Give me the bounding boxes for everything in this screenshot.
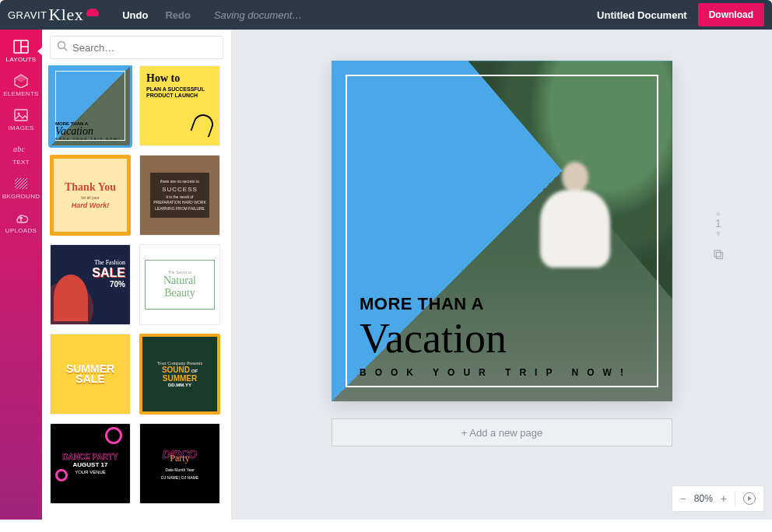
background-icon	[13, 177, 29, 191]
nav-text[interactable]: abc TEXT	[0, 137, 42, 171]
svg-point-6	[18, 113, 20, 115]
nav-layouts[interactable]: LAYOUTS	[0, 34, 42, 68]
layout-thumb-sound-summer[interactable]: Your Company Presents SOUND OF SUMMER DD…	[139, 334, 220, 415]
nav-background[interactable]: BKGROUND	[0, 171, 42, 205]
layout-thumb-success[interactable]: there are no secrets to SUCCESS it is th…	[139, 155, 220, 236]
layout-thumb-vacation[interactable]: MORE THAN A Vacation BOOK YOUR TRIP NOW!	[50, 65, 131, 146]
nav-uploads-label: UPLOADS	[5, 227, 37, 234]
layout-thumbnails: MORE THAN A Vacation BOOK YOUR TRIP NOW!…	[42, 65, 231, 520]
layout-thumb-sale[interactable]: The Fashion SALE 70%	[50, 244, 131, 325]
svg-rect-12	[717, 253, 723, 259]
nav-images[interactable]: IMAGES	[0, 103, 42, 137]
logo-text-2: Klex	[48, 5, 83, 25]
page-down-icon[interactable]: ▼	[713, 229, 724, 238]
canvas-area: MORE THAN A Vacation BOOK YOUR TRIP NOW!…	[232, 30, 772, 520]
presentation-play-icon[interactable]	[743, 492, 756, 505]
canvas-tagline: BOOK YOUR TRIP NOW!	[360, 367, 644, 378]
search-box[interactable]	[50, 36, 223, 59]
zoom-in-button[interactable]: +	[721, 492, 727, 505]
logo: GRAVIT Klex	[8, 5, 99, 25]
layout-thumb-dance-party[interactable]: DANCE PARTY AUGUST 17 YOUR VENUE	[50, 423, 131, 504]
search-wrap	[42, 30, 231, 65]
svg-point-9	[58, 42, 65, 49]
layout-thumb-beauty[interactable]: The Secret to Natural Beauty	[139, 244, 220, 325]
page-number: 1	[715, 217, 721, 229]
layouts-icon	[13, 40, 29, 54]
zoom-bar: − 80% +	[672, 485, 764, 512]
left-nav: LAYOUTS ELEMENTS IMAGES abc TEXT	[0, 30, 42, 520]
svg-text:abc: abc	[13, 145, 26, 153]
uploads-icon	[13, 211, 29, 225]
main-area: LAYOUTS ELEMENTS IMAGES abc TEXT	[0, 30, 772, 520]
nav-elements-label: ELEMENTS	[3, 90, 39, 97]
download-button[interactable]: Download	[698, 3, 764, 26]
svg-marker-4	[15, 75, 27, 82]
duplicate-page-icon[interactable]	[713, 249, 724, 262]
lamp-icon	[190, 111, 216, 137]
page-up-icon[interactable]: ▲	[713, 208, 724, 217]
undo-redo-group: Undo Redo	[122, 9, 191, 21]
nav-images-label: IMAGES	[9, 124, 34, 131]
text-icon: abc	[13, 142, 29, 156]
elements-icon	[13, 74, 29, 88]
svg-rect-11	[714, 250, 721, 257]
layout-thumb-summer-sale[interactable]: SUMMER SALE	[50, 334, 131, 415]
lips-icon	[86, 9, 99, 16]
logo-text-1: GRAVIT	[8, 9, 47, 21]
svg-rect-5	[15, 110, 27, 121]
search-icon	[57, 40, 68, 54]
side-panel: MORE THAN A Vacation BOOK YOUR TRIP NOW!…	[42, 30, 232, 520]
layout-thumb-thankyou[interactable]: Thank You for all your Hard Work!	[50, 155, 131, 236]
svg-rect-8	[15, 178, 27, 189]
layout-thumb-disco-party[interactable]: DISCO Party Date Month Year DJ NAME | DJ…	[139, 423, 220, 504]
canvas-page-1[interactable]: MORE THAN A Vacation BOOK YOUR TRIP NOW!	[332, 61, 672, 401]
nav-layouts-label: LAYOUTS	[6, 56, 37, 63]
nav-elements[interactable]: ELEMENTS	[0, 68, 42, 103]
images-icon	[13, 108, 29, 122]
search-input[interactable]	[72, 42, 216, 54]
redo-button[interactable]: Redo	[165, 9, 191, 21]
add-page-button[interactable]: + Add a new page	[332, 418, 672, 446]
nav-background-label: BKGROUND	[2, 193, 40, 200]
zoom-out-button[interactable]: −	[680, 492, 686, 505]
svg-line-10	[65, 48, 68, 51]
undo-button[interactable]: Undo	[122, 9, 148, 21]
topbar: GRAVIT Klex Undo Redo Saving document… U…	[0, 0, 772, 30]
app-root: GRAVIT Klex Undo Redo Saving document… U…	[0, 0, 772, 520]
nav-text-label: TEXT	[12, 159, 30, 166]
saving-status: Saving document…	[214, 9, 302, 21]
layout-thumb-howto[interactable]: How to PLAN A SUCCESSFUL PRODUCT LAUNCH	[139, 65, 220, 146]
canvas-text-block[interactable]: MORE THAN A Vacation BOOK YOUR TRIP NOW!	[360, 294, 644, 378]
nav-uploads[interactable]: UPLOADS	[0, 205, 42, 240]
page-indicator: ▲ 1 ▼	[713, 208, 724, 262]
zoom-value[interactable]: 80%	[694, 493, 713, 504]
canvas-heading: MORE THAN A	[360, 294, 644, 314]
canvas-script: Vacation	[360, 317, 644, 359]
document-title[interactable]: Untitled Document	[597, 9, 687, 21]
